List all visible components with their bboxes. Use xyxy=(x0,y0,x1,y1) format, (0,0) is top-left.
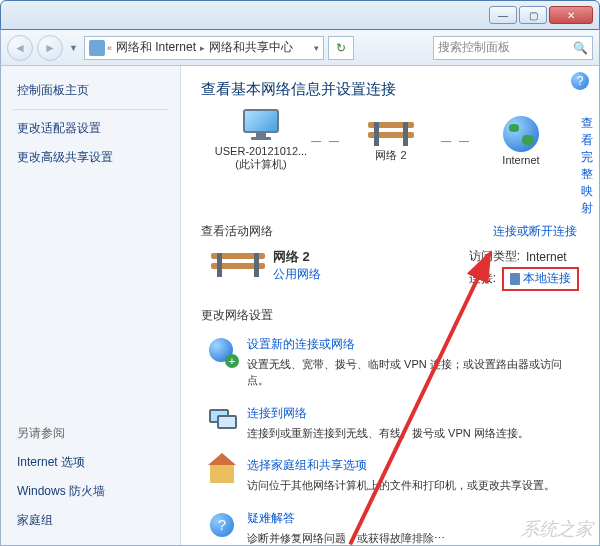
breadcrumb-seg-2[interactable]: 网络和共享中心 xyxy=(207,39,295,56)
change-settings-heading: 更改网络设置 xyxy=(201,307,579,324)
sidebar-home-link[interactable]: 控制面板主页 xyxy=(1,76,180,105)
pc-sub-label: (此计算机) xyxy=(235,157,286,172)
connection-callout: 本地连接 xyxy=(502,267,579,291)
sidebar-firewall-link[interactable]: Windows 防火墙 xyxy=(1,477,180,506)
view-full-map-link[interactable]: 查看完整映射 xyxy=(581,109,593,217)
connection-value: 本地连接 xyxy=(523,270,571,287)
address-breadcrumb[interactable]: « 网络和 Internet ▸ 网络和共享中心 ▾ xyxy=(84,36,324,60)
task-title[interactable]: 设置新的连接或网络 xyxy=(247,336,577,353)
connection-line-icon: ─ ─ xyxy=(311,133,341,149)
main-content: ? 查看基本网络信息并设置连接 USER-2012101​2... (此计算机)… xyxy=(181,66,599,545)
node-network: 网络 2 xyxy=(341,118,441,163)
pc-name-label: USER-2012101​2... xyxy=(215,145,307,157)
task-title[interactable]: 疑难解答 xyxy=(247,510,445,527)
task-setup-connection[interactable]: + 设置新的连接或网络 设置无线、宽带、拨号、临时或 VPN 连接；或设置路由器… xyxy=(201,330,579,399)
node-internet: Internet xyxy=(471,116,571,166)
sidebar-advanced-link[interactable]: 更改高级共享设置 xyxy=(1,143,180,172)
connection-label: 连接: xyxy=(469,270,496,287)
connection-line-icon: ─ ─ xyxy=(441,133,471,149)
search-icon: 🔍 xyxy=(573,41,588,55)
task-list: + 设置新的连接或网络 设置无线、宽带、拨号、临时或 VPN 连接；或设置路由器… xyxy=(201,330,579,546)
access-type-value: Internet xyxy=(526,250,567,264)
globe-icon xyxy=(503,116,539,152)
plus-icon: + xyxy=(225,354,239,368)
task-desc: 设置无线、宽带、拨号、临时或 VPN 连接；或设置路由器或访问点。 xyxy=(247,356,577,389)
network-diagram: USER-2012101​2... (此计算机) ─ ─ 网络 2 ─ ─ In… xyxy=(201,109,581,178)
sidebar-homegroup-link[interactable]: 家庭组 xyxy=(1,506,180,535)
sidebar: 控制面板主页 更改适配器设置 更改高级共享设置 另请参阅 Internet 选项… xyxy=(1,66,181,545)
question-icon: ? xyxy=(210,513,234,537)
chevron-right-icon: « xyxy=(107,43,112,53)
bench-icon xyxy=(368,118,414,146)
active-network-panel: 网络 2 公用网络 访问类型: Internet 连接: 本地连接 xyxy=(211,248,579,293)
control-panel-icon xyxy=(89,40,105,56)
active-networks-heading: 查看活动网络 xyxy=(201,223,273,240)
task-desc: 连接到或重新连接到无线、有线、拨号或 VPN 网络连接。 xyxy=(247,425,529,442)
nav-toolbar: ◄ ► ▼ « 网络和 Internet ▸ 网络和共享中心 ▾ ↻ 搜索控制面… xyxy=(0,30,600,66)
history-dropdown-icon[interactable]: ▼ xyxy=(67,43,80,53)
search-input[interactable]: 搜索控制面板 🔍 xyxy=(433,36,593,60)
connect-disconnect-link[interactable]: 连接或断开连接 xyxy=(493,223,577,240)
local-connection-link[interactable]: 本地连接 xyxy=(510,270,571,287)
bench-icon xyxy=(211,249,265,283)
chevron-right-icon: ▸ xyxy=(200,43,205,53)
task-title[interactable]: 连接到网络 xyxy=(247,405,529,422)
active-network-name: 网络 2 xyxy=(273,248,321,266)
close-button[interactable]: ✕ xyxy=(549,6,593,24)
back-button[interactable]: ◄ xyxy=(7,35,33,61)
refresh-button[interactable]: ↻ xyxy=(328,36,354,60)
home-icon xyxy=(210,463,234,483)
monitor-icon xyxy=(217,415,237,429)
task-troubleshoot[interactable]: ? 疑难解答 诊断并修复网络问题，或获得故障排除⋯ xyxy=(201,504,579,546)
sidebar-adapter-link[interactable]: 更改适配器设置 xyxy=(1,114,180,143)
task-homegroup-sharing[interactable]: 选择家庭组和共享选项 访问位于其他网络计算机上的文件和打印机，或更改共享设置。 xyxy=(201,451,579,504)
task-desc: 访问位于其他网络计算机上的文件和打印机，或更改共享设置。 xyxy=(247,477,555,494)
network-type-link[interactable]: 公用网络 xyxy=(273,266,321,283)
task-desc: 诊断并修复网络问题，或获得故障排除⋯ xyxy=(247,530,445,546)
minimize-button[interactable]: — xyxy=(489,6,517,24)
page-title: 查看基本网络信息并设置连接 xyxy=(201,80,579,99)
forward-button[interactable]: ► xyxy=(37,35,63,61)
divider xyxy=(13,109,168,110)
node-this-pc: USER-2012101​2... (此计算机) xyxy=(211,109,311,172)
breadcrumb-seg-1[interactable]: 网络和 Internet xyxy=(114,39,198,56)
maximize-button[interactable]: ▢ xyxy=(519,6,547,24)
sidebar-see-also-label: 另请参阅 xyxy=(1,419,180,448)
network-name-label: 网络 2 xyxy=(375,148,406,163)
task-connect-network[interactable]: 连接到网络 连接到或重新连接到无线、有线、拨号或 VPN 网络连接。 xyxy=(201,399,579,452)
task-title[interactable]: 选择家庭组和共享选项 xyxy=(247,457,555,474)
adapter-icon xyxy=(510,273,520,285)
sidebar-ie-link[interactable]: Internet 选项 xyxy=(1,448,180,477)
chevron-down-icon[interactable]: ▾ xyxy=(314,43,319,53)
internet-label: Internet xyxy=(502,154,539,166)
window-titlebar: — ▢ ✕ xyxy=(0,0,600,30)
pc-icon xyxy=(241,109,281,143)
access-type-label: 访问类型: xyxy=(469,248,520,265)
help-icon[interactable]: ? xyxy=(571,72,589,90)
search-placeholder: 搜索控制面板 xyxy=(438,39,510,56)
